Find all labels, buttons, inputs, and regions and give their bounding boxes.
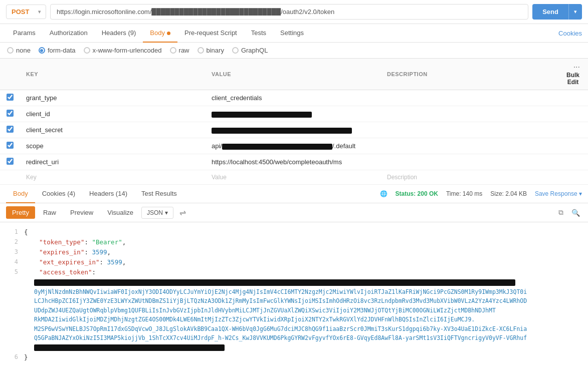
row-description (381, 138, 558, 154)
rtab-body[interactable]: Body (6, 185, 35, 203)
json-token-line: 0yMjNlNzdmNzBhNWQvIiwiaWF0IjoxNjY3ODI4OD… (8, 287, 580, 296)
row-checkbox-cell (0, 106, 20, 122)
row-description (381, 106, 558, 122)
fmt-preview[interactable]: Preview (64, 206, 99, 219)
row-checkbox-cell (0, 122, 20, 138)
row-checkbox[interactable] (7, 142, 14, 149)
top-bar: POST ▾ Send ▾ (0, 0, 588, 24)
json-token-line (8, 277, 580, 287)
json-line: 5 "access_token": (8, 267, 580, 277)
row-checkbox[interactable] (7, 110, 14, 117)
row-checkbox[interactable] (7, 126, 14, 133)
row-key: redirect_uri (20, 154, 206, 170)
radio-form-data[interactable]: form-data (39, 47, 76, 54)
row-value (206, 106, 381, 122)
placeholder-key[interactable]: Key (20, 170, 206, 185)
row-description (381, 90, 558, 106)
send-button[interactable]: Send (532, 4, 568, 20)
tab-tests[interactable]: Tests (244, 24, 273, 43)
table-row: redirect_uri https://localhost:4500/web/… (0, 154, 588, 170)
json-response-body[interactable]: 1 { 2 "token_type": "Bearer", 3 "expires… (0, 222, 588, 372)
row-key: client_secret (20, 122, 206, 138)
token-line-5: M2SP6wVSwYNELBJS7OpRmI17dxGSDqVcwO_J8JLg… (34, 324, 527, 333)
row-actions (558, 138, 588, 154)
row-checkbox[interactable] (7, 158, 14, 165)
row-value (206, 122, 381, 138)
cookies-link[interactable]: Cookies (558, 30, 582, 37)
radio-urlencoded[interactable]: x-www-form-urlencoded (84, 47, 162, 54)
placeholder-row: Key Value Description (0, 170, 588, 185)
json-line: 1 { (8, 227, 580, 237)
save-response-button[interactable]: Save Response ▾ (535, 190, 582, 197)
table-row: client_id (0, 106, 588, 122)
token-line-4: RkMDA2IiwidGlkIjoiMDZjMDhjNzgtZGE4OS00MD… (34, 315, 475, 324)
placeholder-value[interactable]: Value (206, 170, 381, 185)
chevron-down-icon: ▾ (38, 9, 41, 15)
filter-icon[interactable]: ⇌ (179, 208, 186, 217)
format-icons: ⧉ 🔍 (556, 207, 582, 218)
json-format-selector[interactable]: JSON ▾ (141, 207, 173, 219)
row-checkbox-cell (0, 138, 20, 154)
json-token-line: RkMDA2IiwidGlkIjoiMDZjMDhjNzgtZGE4OS00MD… (8, 315, 580, 324)
ellipsis-button[interactable]: ··· (571, 63, 582, 72)
th-checkbox (0, 59, 20, 90)
send-btn-group: Send ▾ (532, 4, 582, 20)
url-input[interactable] (50, 4, 528, 20)
tab-params[interactable]: Params (6, 24, 43, 43)
json-token-line: M2SP6wVSwYNELBJS7OpRmI17dxGSDqVcwO_J8JLg… (8, 324, 580, 333)
redacted-value (212, 128, 352, 134)
rtab-headers[interactable]: Headers (14) (82, 185, 134, 203)
tab-headers[interactable]: Headers (9) (95, 24, 143, 43)
placeholder-description[interactable]: Description (381, 170, 558, 185)
fmt-raw[interactable]: Raw (37, 206, 62, 219)
row-checkbox-cell (0, 154, 20, 170)
send-dropdown-button[interactable]: ▾ (568, 4, 582, 20)
table-row: client_secret (0, 122, 588, 138)
tab-body[interactable]: Body (143, 24, 177, 43)
radio-circle-form-data (39, 47, 45, 54)
table-row: scope api//.default (0, 138, 588, 154)
row-key: scope (20, 138, 206, 154)
table-row: grant_type client_credentials (0, 90, 588, 106)
json-line: 4 "ext_expires_in": 3599, (8, 257, 580, 267)
json-line: 6 } (8, 352, 580, 362)
token-line-6: Q5GPaBNJAZYxOkiNzI5I3MAP5kiojjVb_1ShTcXX… (34, 333, 527, 342)
params-table: KEY VALUE DESCRIPTION ··· Bulk Edit gran… (0, 59, 588, 185)
th-key: KEY (20, 59, 206, 90)
radio-binary[interactable]: binary (198, 47, 224, 54)
method-selector[interactable]: POST ▾ (6, 5, 46, 19)
method-label: POST (12, 8, 29, 16)
bulk-edit-button[interactable]: Bulk Edit (564, 72, 582, 86)
radio-circle-urlencoded (84, 47, 90, 54)
search-icon[interactable]: 🔍 (569, 207, 582, 218)
tab-authorization[interactable]: Authorization (43, 24, 95, 43)
row-key: grant_type (20, 90, 206, 106)
rtab-cookies[interactable]: Cookies (4) (35, 185, 82, 203)
network-icon: 🌐 (380, 190, 387, 197)
row-actions (558, 90, 588, 106)
radio-none[interactable]: none (7, 47, 31, 54)
radio-raw[interactable]: raw (170, 47, 189, 54)
tab-settings[interactable]: Settings (273, 24, 311, 43)
fmt-visualize[interactable]: Visualize (101, 206, 139, 219)
row-value: api//.default (206, 138, 381, 154)
response-size: Size: 2.04 KB (490, 190, 527, 197)
row-checkbox[interactable] (7, 94, 14, 101)
json-token-line (8, 342, 580, 352)
redacted-value (212, 112, 312, 118)
copy-icon[interactable]: ⧉ (556, 207, 565, 218)
token-line-3: UDdpZWJ4UEZQaUgtOWRqblpVbmg1QUFBLiIsInJv… (34, 306, 496, 315)
tab-prerequest[interactable]: Pre-request Script (177, 24, 244, 43)
response-time: Time: 140 ms (446, 190, 482, 197)
body-type-bar: none form-data x-www-form-urlencoded raw… (0, 43, 588, 59)
status-code: Status: 200 OK (396, 190, 438, 197)
row-actions (558, 106, 588, 122)
request-tabs: Params Authorization Headers (9) Body Pr… (0, 24, 588, 43)
rtab-test-results[interactable]: Test Results (134, 185, 184, 203)
fmt-pretty[interactable]: Pretty (6, 206, 35, 219)
radio-graphql[interactable]: GraphQL (232, 47, 268, 54)
format-bar: Pretty Raw Preview Visualize JSON ▾ ⇌ ⧉ … (0, 203, 588, 222)
radio-circle-raw (170, 47, 176, 54)
json-format-label: JSON (147, 209, 163, 216)
radio-circle-graphql (232, 47, 239, 54)
